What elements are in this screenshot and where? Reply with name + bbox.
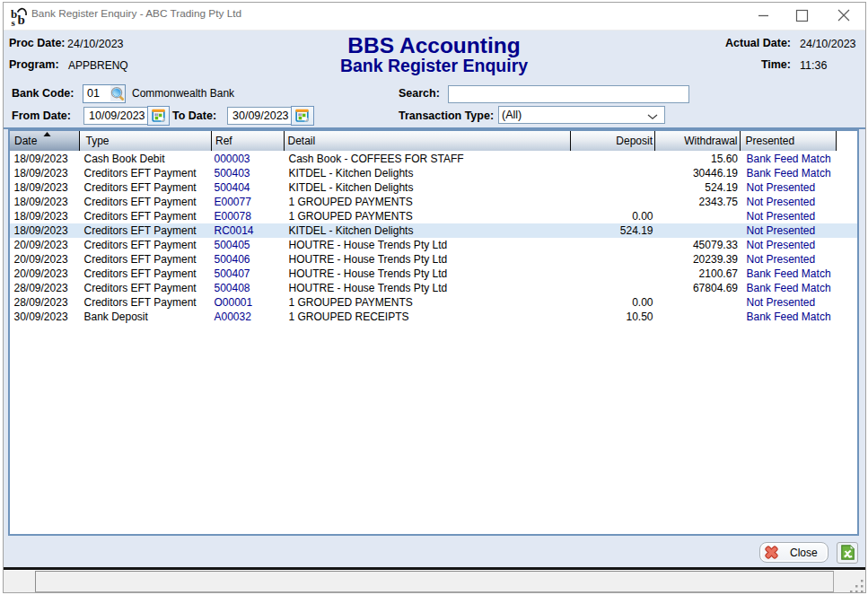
svg-text:s: s [12,17,16,27]
svg-text:b: b [18,13,25,26]
